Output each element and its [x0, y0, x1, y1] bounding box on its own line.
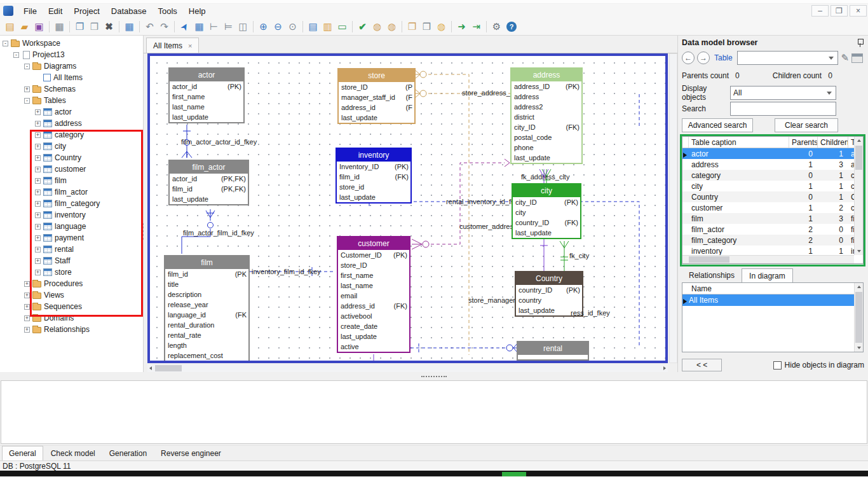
- entity-field-row[interactable]: address_ID (PK): [512, 81, 581, 92]
- diagram-entity[interactable]: store store_ID (P manager_staff_id: [337, 68, 416, 124]
- entity-field-row[interactable]: film_id (PK,FK): [170, 184, 248, 194]
- tree-item[interactable]: + actor: [0, 106, 143, 118]
- column-children[interactable]: Children: [818, 137, 848, 148]
- edit-icon[interactable]: ✎: [841, 52, 849, 64]
- entity-field-row[interactable]: rental_rate: [165, 330, 248, 340]
- tab-in-diagram[interactable]: In diagram: [742, 268, 793, 283]
- entity-field-row[interactable]: actor_id (PK,FK): [170, 174, 248, 184]
- tree-item[interactable]: + film_actor: [0, 186, 143, 198]
- entity-field-row[interactable]: Customer_ID (PK): [338, 250, 409, 260]
- entity-field-row[interactable]: phone: [512, 142, 581, 153]
- hide-objects-checkbox[interactable]: [773, 361, 782, 370]
- scroll-right-icon[interactable]: [663, 366, 666, 370]
- entity-field-row[interactable]: film_id (FK): [337, 172, 410, 182]
- entity-field-row[interactable]: address2: [512, 102, 581, 112]
- tab-relationships[interactable]: Relationships: [682, 268, 742, 283]
- zoom-out-icon[interactable]: ⊖: [271, 20, 285, 34]
- entity-field-row[interactable]: first_name: [170, 92, 243, 102]
- tree-expander[interactable]: +: [24, 293, 30, 298]
- diagram-entity[interactable]: inventory Inventory_ID (PK) film_id: [336, 148, 412, 204]
- many-to-many-tool-icon[interactable]: ⊨: [221, 20, 236, 34]
- column-table-caption[interactable]: Table caption: [689, 137, 789, 148]
- tree-item[interactable]: + Procedures: [0, 278, 143, 289]
- display-objects-select[interactable]: All: [730, 86, 836, 100]
- list-item[interactable]: All Items: [682, 294, 863, 306]
- column-parents[interactable]: Parents: [789, 137, 818, 148]
- grid-vertical-scrollbar[interactable]: [854, 137, 863, 255]
- tree-item[interactable]: + film_category: [0, 198, 143, 209]
- report-icon[interactable]: ▥: [320, 20, 335, 34]
- grid-horizontal-scrollbar[interactable]: [682, 255, 854, 263]
- tree-item[interactable]: + category: [0, 129, 143, 141]
- new-model-icon[interactable]: ▤: [3, 20, 17, 34]
- bottom-tab[interactable]: General: [2, 446, 43, 460]
- bottom-tab[interactable]: Generation: [103, 446, 153, 460]
- advanced-search-button[interactable]: Advanced search: [682, 118, 753, 132]
- entity-field-row[interactable]: film_id (PK: [165, 269, 248, 279]
- entity-field-row[interactable]: manager_staff_id (F: [339, 92, 414, 102]
- tree-item[interactable]: - Project13: [0, 49, 143, 60]
- bottom-tab[interactable]: Check model: [44, 446, 102, 460]
- tree-item[interactable]: - Diagrams: [0, 60, 143, 72]
- entity-field-row[interactable]: address_id (F: [339, 102, 414, 113]
- tree-expander[interactable]: +: [35, 190, 41, 195]
- splitter-handle-dots[interactable]: [421, 376, 447, 377]
- entity-field-row[interactable]: last_update: [338, 331, 409, 342]
- tree-item[interactable]: + address: [0, 118, 143, 129]
- add-table-icon[interactable]: ▦: [122, 20, 137, 34]
- in-diagram-list[interactable]: Name All Items: [682, 282, 864, 352]
- forward-button[interactable]: →: [697, 52, 710, 64]
- tree-expander[interactable]: +: [35, 109, 41, 115]
- delete-icon[interactable]: ✖: [102, 20, 116, 34]
- tree-expander[interactable]: +: [35, 121, 41, 127]
- db-script-icon[interactable]: ◍: [370, 20, 384, 34]
- tree-expander[interactable]: -: [24, 64, 30, 69]
- back-button[interactable]: ←: [682, 52, 695, 64]
- tree-expander[interactable]: +: [24, 304, 30, 310]
- tree-expander[interactable]: +: [24, 281, 30, 287]
- entity-field-row[interactable]: city_ID (FK): [512, 122, 581, 132]
- entity-field-row[interactable]: last_update: [339, 113, 414, 123]
- tree-item[interactable]: + Domains: [0, 312, 143, 324]
- tree-item[interactable]: + inventory: [0, 209, 143, 221]
- one-to-many-tool-icon[interactable]: ⊢: [207, 20, 221, 34]
- diagram-entity[interactable]: rental: [517, 341, 589, 361]
- entity-field-row[interactable]: last_update: [170, 194, 248, 204]
- table-row[interactable]: Country 0 1 Country: [682, 191, 863, 202]
- tree-item[interactable]: + rental: [0, 244, 143, 255]
- entity-field-row[interactable]: country_ID (FK): [513, 218, 580, 228]
- open-model-icon[interactable]: ▰: [17, 20, 32, 34]
- minimize-button[interactable]: –: [811, 5, 829, 17]
- copy-icon[interactable]: ❐: [72, 20, 87, 34]
- entity-field-row[interactable]: length: [165, 340, 248, 350]
- canvas-horizontal-scrollbar[interactable]: [147, 364, 668, 372]
- horizontal-splitter[interactable]: [0, 372, 868, 380]
- copy-script-icon[interactable]: ❐: [405, 20, 419, 34]
- redo-icon[interactable]: ↷: [157, 20, 172, 34]
- entity-field-row[interactable]: last_update: [170, 112, 243, 122]
- table-row[interactable]: category 0 1 category: [682, 170, 863, 181]
- table-import-icon[interactable]: [851, 53, 863, 63]
- tree-expander[interactable]: +: [24, 86, 30, 92]
- zoom-search-icon[interactable]: ⊙: [285, 20, 300, 34]
- table-row[interactable]: city 1 1 city: [682, 181, 863, 191]
- tree-item[interactable]: - Tables: [0, 95, 143, 106]
- settings-icon[interactable]: ⚙: [489, 20, 504, 34]
- table-combobox[interactable]: [737, 51, 839, 65]
- tree-expander[interactable]: +: [35, 167, 41, 172]
- diagram-entity[interactable]: address address_ID (PK) address: [510, 67, 583, 164]
- script-table-icon[interactable]: ❒: [419, 20, 434, 34]
- tree-expander[interactable]: +: [35, 235, 41, 241]
- entity-field-row[interactable]: create_date: [338, 321, 409, 331]
- tree-item[interactable]: + city: [0, 141, 143, 152]
- tree-expander[interactable]: +: [35, 201, 41, 207]
- entity-field-row[interactable]: email: [338, 291, 409, 301]
- diagram-entity[interactable]: actor actor_id (PK) first_name: [168, 67, 245, 123]
- db-save-icon[interactable]: ◍: [384, 20, 399, 34]
- table-row[interactable]: film_category 2 0 film_category: [682, 235, 863, 245]
- entity-field-row[interactable]: last_name: [338, 280, 409, 291]
- entity-field-row[interactable]: country_ID (PK): [516, 285, 582, 295]
- entity-field-row[interactable]: last_update: [512, 153, 581, 163]
- tree-item[interactable]: + customer: [0, 163, 143, 175]
- tree-expander[interactable]: +: [35, 224, 41, 230]
